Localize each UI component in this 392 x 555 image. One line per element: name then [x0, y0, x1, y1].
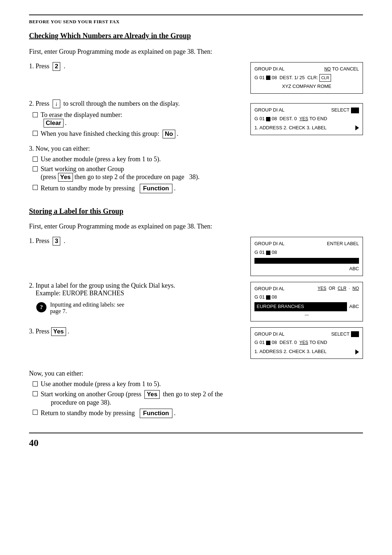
lcd1-no-cancel: NO TO CANCEL — [324, 65, 359, 73]
lcd3-black-bar — [254, 258, 359, 264]
lcd3-row4: ABC — [254, 265, 359, 273]
lcd5-address: 1. ADDRESS 2. CHECK 3. LABEL — [254, 348, 327, 356]
function-btn-2: Function — [140, 409, 172, 418]
step2-left: 2. Press ↓ to scroll through the numbers… — [29, 100, 250, 195]
lcd2-row1: GROUP DI AL SELECT — [254, 106, 359, 114]
header-label: BEFORE YOU SEND YOUR FIRST FAX — [29, 19, 119, 24]
checkbox-icon-5 — [33, 185, 38, 190]
now-standby-text: Return to standby mode by pressing Funct… — [41, 409, 176, 418]
step3-bullets: Use another module (press a key from 1 t… — [33, 155, 240, 193]
s2-step2-left: 2. Input a label for the group using the… — [29, 282, 250, 317]
now-bullet-module: Use another module (press a key from 1 t… — [33, 380, 363, 388]
step2-lcd-wrap: GROUP DI AL SELECT G 01 08 DEST. 0 YES T… — [250, 103, 363, 135]
function-btn-1: Function — [140, 184, 172, 193]
key-down: ↓ — [53, 100, 60, 108]
lcd3-enter-label: ENTER LABEL — [327, 240, 359, 248]
step2-bullets: To erase the displayed number: Clear . W… — [33, 111, 240, 138]
lcd3-group-dial: GROUP DI AL — [254, 240, 285, 248]
s2-step1-left: 1. Press 3 . — [29, 237, 250, 248]
lcd3-g01: G 01 08 — [254, 249, 277, 256]
clr-ul: CLR — [338, 286, 346, 291]
lcd1-black-sq — [266, 76, 270, 80]
s2-step1-row: 1. Press 3 . GROUP DI AL ENTER LABEL G 0… — [29, 237, 363, 276]
s2-step1-lcd: GROUP DI AL ENTER LABEL G 01 08 ABC — [250, 237, 363, 276]
section1-title: Checking Which Numbers are Already in th… — [29, 32, 363, 40]
lcd1-g01: G 01 08 DEST. 1/ 25 CLR: CLR — [254, 74, 331, 82]
section2-intro: First, enter Group Programming mode as e… — [29, 223, 363, 230]
key-no: No — [163, 130, 175, 138]
now-group-text: Start working on another Group (press Ye… — [41, 390, 223, 406]
lcd-display-3: GROUP DI AL ENTER LABEL G 01 08 ABC — [250, 237, 363, 276]
bullet-group: Start working on another Group(press Yes… — [33, 165, 240, 182]
checkbox-icon-3 — [33, 157, 38, 162]
arrow-icon-1 — [355, 125, 359, 130]
bullet-standby: Return to standby mode by pressing Funct… — [33, 184, 240, 193]
lcd3-row2: G 01 08 — [254, 249, 359, 256]
step3-text: 3. Now, you can either: — [29, 145, 240, 153]
lcd-display-2: GROUP DI AL SELECT G 01 08 DEST. 0 YES T… — [250, 103, 363, 135]
s2-step3-lcd: GROUP DI AL SELECT G 01 08 DEST. 0 YES T… — [250, 327, 363, 359]
lcd5-row2: G 01 08 DEST. 0 YES TO END — [254, 339, 359, 347]
lcd5-black-sq — [266, 341, 270, 345]
key-yes-now: Yes — [144, 390, 159, 399]
checkbox-icon-n1 — [33, 381, 38, 386]
step1-row: 1. Press 2 . GROUP DI AL NO TO CANCEL G … — [29, 62, 363, 94]
europe-branches-label: EUROPE BRANCHES — [254, 302, 347, 311]
step2-text: 2. Press ↓ to scroll through the numbers… — [29, 100, 240, 108]
lcd1-row1: GROUP DI AL NO TO CANCEL — [254, 65, 359, 73]
lcd2-address: 1. ADDRESS 2. CHECK 3. LABEL — [254, 124, 327, 132]
lcd5-group-dial: GROUP DI AL — [254, 331, 285, 338]
lcd5-g01: G 01 08 DEST. 0 YES TO END — [254, 339, 327, 347]
section2-title: Storing a Label for this Group — [29, 207, 363, 215]
bullet-erase: To erase the displayed number: Clear . — [33, 111, 240, 127]
lcd5-row3: 1. ADDRESS 2. CHECK 3. LABEL — [254, 348, 359, 356]
checkbox-icon-n3 — [33, 410, 38, 415]
lcd4-options: YES OR CLR · NO — [318, 285, 359, 292]
lcd3-abc: ABC — [349, 265, 359, 273]
page-number: 40 — [29, 433, 363, 449]
s2-step3-text: 3. Press Yes . — [29, 327, 240, 336]
lcd2-group-dial: GROUP DI AL — [254, 106, 285, 114]
yes-ul: YES — [318, 286, 326, 291]
lcd4-g01: G 01 08 — [254, 293, 277, 301]
lcd-display-4: GROUP DI AL YES OR CLR · NO G 01 08 EURO… — [250, 282, 363, 321]
lcd1-row3: XYZ COMPANY ROME — [254, 83, 359, 90]
bullet-module: Use another module (press a key from 1 t… — [33, 155, 240, 163]
now-bullet-standby: Return to standby mode by pressing Funct… — [33, 409, 363, 418]
lcd4-row2: G 01 08 — [254, 293, 359, 301]
s2-step2-row: 2. Input a label for the group using the… — [29, 282, 363, 321]
bullet-erase-text: To erase the displayed number: Clear . — [41, 111, 122, 127]
lcd4-abc: ABC — [349, 303, 359, 311]
s2-step1-text: 1. Press 3 . — [29, 237, 240, 246]
lcd-display-1: GROUP DI AL NO TO CANCEL G 01 08 DEST. 1… — [250, 62, 363, 94]
lcd2-select: SELECT — [331, 106, 359, 114]
now-module-text: Use another module (press a key from 1 t… — [41, 380, 161, 388]
lcd4-group-dial: GROUP DI AL — [254, 285, 285, 293]
s2-step2-lcd: GROUP DI AL YES OR CLR · NO G 01 08 EURO… — [250, 282, 363, 321]
key-yes-s2: Yes — [51, 327, 66, 336]
step1-press-label: Press — [36, 62, 49, 70]
arrow-icon-2 — [355, 349, 359, 355]
now-group-cont: procedure on page 38). — [51, 399, 111, 406]
key-clear: Clear — [44, 119, 64, 127]
clear-key-wrap: Clear . — [44, 119, 67, 126]
s2-step3-row: 3. Press Yes . GROUP DI AL SELECT G 01 0… — [29, 327, 363, 359]
s2-step2-text: 2. Input a label for the group using the… — [29, 282, 240, 297]
now-bullets: Use another module (press a key from 1 t… — [33, 380, 363, 418]
step1-lcd: GROUP DI AL NO TO CANCEL G 01 08 DEST. 1… — [250, 62, 363, 94]
bullet-module-text: Use another module (press a key from 1 t… — [41, 155, 161, 163]
lcd2-row2: G 01 08 DEST. 0 YES TO END — [254, 115, 359, 123]
key-2: 2 — [53, 62, 60, 71]
checkbox-icon-n2 — [33, 391, 38, 396]
now-bullet-group: Start working on another Group (press Ye… — [33, 390, 363, 406]
tip-text: Inputting and editing labels: seepage 7. — [50, 301, 124, 315]
bullet-standby-text: Return to standby mode by pressing Funct… — [41, 184, 176, 193]
section1-intro: First, enter Group Programming mode as e… — [29, 48, 363, 56]
bullet-group-text: Start working on another Group(press Yes… — [41, 165, 200, 182]
no-label: NO — [324, 66, 331, 72]
select-black-box — [351, 108, 359, 113]
step1-left: 1. Press 2 . — [29, 62, 250, 74]
lcd2-row3: 1. ADDRESS 2. CHECK 3. LABEL — [254, 124, 359, 132]
lcd4-cursor: — — [254, 312, 359, 318]
bullet-finished: When you have finished checking this gro… — [33, 130, 240, 138]
